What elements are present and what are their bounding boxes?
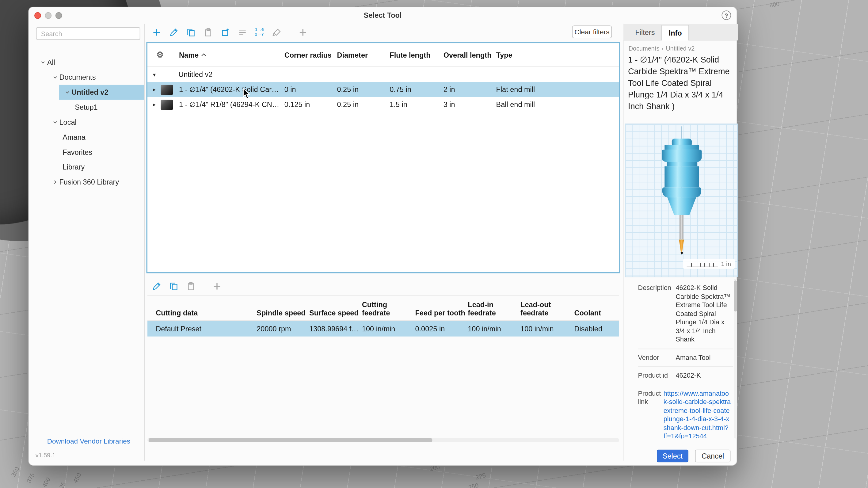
sidebar-item-label: Amana (63, 130, 86, 145)
help-icon[interactable]: ? (722, 10, 731, 20)
overall-length-cell: 3 in (443, 100, 496, 109)
copy-preset-icon[interactable] (167, 279, 180, 293)
preset-column-header-coolant[interactable]: Coolant (575, 309, 619, 317)
expand-row-icon[interactable]: ▸ (153, 86, 157, 93)
select-button[interactable]: Select (657, 450, 688, 463)
library-tree: AllDocumentsUntitled v2Setup1LocalAmanaF… (33, 55, 144, 189)
sidebar-item-favorites[interactable]: Favorites (33, 145, 144, 160)
sidebar-item-fusion-360-library[interactable]: Fusion 360 Library (33, 175, 144, 190)
merge-tools-icon[interactable] (236, 25, 249, 39)
tab-info[interactable]: Info (661, 25, 689, 40)
column-header-name[interactable]: Name (179, 51, 284, 59)
preset-rows: Default Preset20000 rpm1308.99694 f…100 … (148, 321, 619, 337)
cancel-button[interactable]: Cancel (695, 450, 731, 463)
detail-row-description: Description46202-K Solid Carbide Spektra… (638, 279, 733, 349)
tool-render-top (672, 139, 692, 145)
product-link[interactable]: shank-down-cut.html? (663, 424, 734, 432)
down-chevron-icon[interactable] (51, 120, 59, 125)
tag-tool-icon[interactable] (270, 25, 283, 39)
preset-column-header-spindle-speed[interactable]: Spindle speed (256, 309, 309, 317)
tool-render-neck (667, 162, 697, 166)
preset-column-header-cutting-feedrate[interactable]: Cutting feedrate (362, 300, 415, 317)
tool-render-ring (664, 145, 699, 150)
column-header-type[interactable]: Type (496, 51, 619, 59)
vertical-scrollbar-thumb[interactable] (734, 280, 737, 311)
tool-row[interactable]: ▸1 - ∅1/4" R1/8" (46294-K CNC 2…0.125 in… (148, 97, 619, 112)
cad-viewport: 800200225250350375400425450 Select Tool … (0, 0, 868, 488)
product-link[interactable]: k-solid-carbide-spektra (663, 398, 734, 406)
detail-value: Amana Tool (676, 354, 733, 362)
horizontal-scrollbar[interactable] (148, 438, 619, 442)
sidebar-item-untitled-v2[interactable]: Untitled v2 (33, 85, 144, 100)
library-sidebar: AllDocumentsUntitled v2Setup1LocalAmanaF… (33, 24, 144, 454)
download-vendor-libraries-link[interactable]: Download Vendor Libraries (33, 437, 144, 445)
tool-group-row[interactable]: ▾ Untitled v2 (148, 67, 619, 82)
preset-table-header: Cutting dataSpindle speedSurface speedCu… (148, 296, 619, 321)
sidebar-divider (144, 24, 145, 461)
type-cell: Ball end mill (496, 100, 619, 109)
horizontal-scrollbar-thumb[interactable] (149, 438, 432, 442)
detail-label: Description (638, 284, 673, 344)
detail-row-vendor: VendorAmana Tool (638, 349, 733, 367)
edit-tool-icon[interactable] (167, 25, 180, 39)
info-panel-tabs: Filters Info (623, 24, 738, 40)
preset-column-header-cutting-data[interactable]: Cutting data (156, 309, 256, 317)
dialog-titlebar[interactable]: Select Tool (29, 7, 737, 24)
column-header-diameter[interactable]: Diameter (337, 51, 390, 59)
tab-filters[interactable]: Filters (629, 25, 661, 40)
product-link[interactable]: extreme-tool-life-coate (663, 406, 734, 415)
sidebar-item-local[interactable]: Local (33, 115, 144, 130)
detail-value: 46202-K (676, 371, 733, 380)
sidebar-item-amana[interactable]: Amana (33, 130, 144, 145)
paste-preset-icon[interactable] (184, 279, 197, 293)
search-input[interactable] (36, 27, 141, 40)
ruler-ticks-icon (687, 263, 718, 267)
renumber-tools-icon[interactable]: 1→62→7 (253, 25, 266, 39)
sidebar-item-setup1[interactable]: Setup1 (33, 100, 144, 115)
down-chevron-icon[interactable] (51, 75, 59, 80)
detail-row-product-link: Product linkhttps://www.amanatook-solid-… (638, 385, 733, 439)
overall-length-cell: 2 in (443, 85, 496, 93)
table-settings-gear-icon[interactable]: ⚙ (156, 50, 164, 59)
breadcrumb-separator-icon: › (662, 45, 664, 52)
detail-value: 46202-K Solid Carbide Spektra™ Extreme T… (676, 284, 733, 344)
collapse-group-icon[interactable]: ▾ (153, 71, 178, 78)
product-link[interactable]: https://www.amanatoo (663, 389, 734, 398)
tool-row[interactable]: ▸1 - ∅1/4" (46202-K Solid Carbid…0 in0.2… (148, 82, 619, 97)
sidebar-item-documents[interactable]: Documents (33, 70, 144, 85)
expand-row-icon[interactable]: ▸ (153, 101, 157, 108)
preset-column-header-lead-in-feedrate[interactable]: Lead-in feedrate (468, 300, 521, 317)
preset-column-header-lead-out-feedrate[interactable]: Lead-out feedrate (521, 300, 574, 317)
delete-tool-icon[interactable] (296, 25, 309, 39)
copy-tool-icon[interactable] (184, 25, 197, 39)
edit-preset-icon[interactable] (150, 279, 163, 293)
tool-render-collar (662, 187, 701, 197)
sidebar-item-label: Untitled v2 (71, 85, 108, 100)
breadcrumb-documents[interactable]: Documents (629, 45, 659, 52)
breadcrumb-untitled-v2[interactable]: Untitled v2 (666, 45, 694, 52)
duplicate-tool-icon[interactable] (219, 25, 232, 39)
paste-tool-icon[interactable] (201, 25, 214, 39)
product-link[interactable]: plunge-1-4-dia-x-3-4-x (663, 415, 734, 424)
down-chevron-icon[interactable] (38, 60, 47, 65)
column-header-corner-radius[interactable]: Corner radius (284, 51, 337, 59)
sidebar-item-library[interactable]: Library (33, 160, 144, 175)
product-link[interactable]: ff=1&fp=12544 (663, 432, 734, 439)
tool-details: Description46202-K Solid Carbide Spektra… (623, 278, 733, 438)
preset-row[interactable]: Default Preset20000 rpm1308.99694 f…100 … (148, 321, 619, 337)
tool-name: 1 - ∅1/4" (46202-K Solid Carbid… (179, 85, 284, 93)
preset-column-header-surface-speed[interactable]: Surface speed (309, 309, 362, 317)
right-chevron-icon[interactable] (51, 180, 59, 185)
sidebar-item-all[interactable]: All (33, 55, 144, 70)
tool-table: ⚙ Name Corner radius Diameter Flute leng… (146, 42, 620, 273)
down-chevron-icon[interactable] (63, 90, 71, 95)
column-header-overall-length[interactable]: Overall length (443, 51, 496, 59)
vertical-scrollbar[interactable] (734, 279, 737, 439)
add-tool-icon[interactable] (150, 25, 163, 39)
delete-preset-icon[interactable] (210, 279, 223, 293)
clear-filters-button[interactable]: Clear filters (572, 25, 612, 38)
column-header-flute-length[interactable]: Flute length (390, 51, 443, 59)
tool-title: 1 - ∅1/4" (46202-K Solid Carbide Spektra… (628, 54, 739, 112)
diameter-cell: 0.25 in (337, 85, 390, 93)
preset-column-header-feed-per-tooth[interactable]: Feed per tooth (415, 309, 468, 317)
